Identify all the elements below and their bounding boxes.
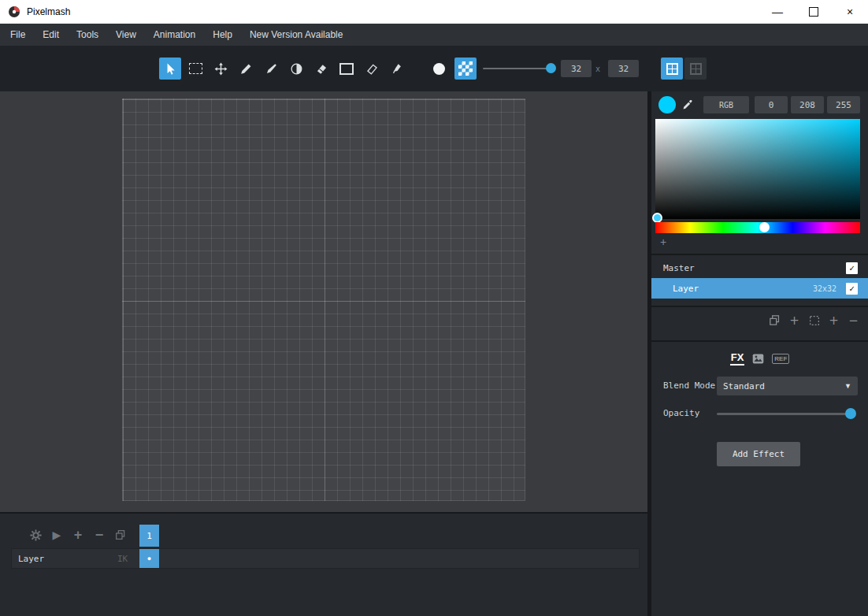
opacity-slider[interactable] bbox=[717, 413, 852, 415]
menu-item-animation[interactable]: Animation bbox=[145, 24, 204, 46]
rectangle-tool[interactable] bbox=[336, 58, 358, 80]
eyedropper-icon[interactable] bbox=[681, 98, 695, 111]
fill-tool[interactable] bbox=[285, 58, 307, 80]
opacity-label: Opacity bbox=[663, 408, 699, 418]
saturation-brightness-picker[interactable] bbox=[655, 119, 860, 219]
layer-size-label: 32x32 bbox=[813, 284, 836, 293]
duplicate-icon bbox=[114, 529, 127, 541]
close-button[interactable]: × bbox=[832, 0, 868, 24]
size-separator: x bbox=[595, 65, 600, 73]
select-tool[interactable] bbox=[159, 58, 181, 80]
keyframe-cell[interactable]: ● bbox=[139, 549, 159, 568]
cursor-arrow-icon bbox=[163, 61, 178, 76]
layer-actions: + + − bbox=[766, 312, 862, 328]
blend-mode-dropdown[interactable]: Standard ▼ bbox=[717, 377, 858, 395]
image-tab-icon[interactable] bbox=[751, 352, 765, 366]
red-value-field[interactable]: 0 bbox=[755, 96, 788, 113]
grid-icon bbox=[666, 63, 678, 75]
blend-mode-label: Blend Mode bbox=[663, 380, 715, 391]
menu-item-view[interactable]: View bbox=[107, 24, 145, 46]
menu-item-edit[interactable]: Edit bbox=[34, 24, 68, 46]
master-visibility-checkbox[interactable]: ✓ bbox=[846, 262, 858, 274]
hue-slider-handle[interactable] bbox=[759, 222, 770, 232]
frame-tab-1[interactable]: 1 bbox=[139, 525, 159, 547]
duplicate-frame-button[interactable] bbox=[112, 525, 129, 545]
brush-size-slider[interactable] bbox=[483, 63, 554, 74]
menubar: File Edit Tools View Animation Help New … bbox=[0, 24, 868, 46]
maximize-button[interactable] bbox=[796, 0, 832, 24]
play-icon: ▶ bbox=[53, 529, 61, 541]
menu-item-help[interactable]: Help bbox=[204, 24, 241, 46]
app-logo-icon bbox=[8, 6, 20, 18]
grid-toggle-button[interactable] bbox=[661, 58, 683, 80]
menu-item-tools[interactable]: Tools bbox=[68, 24, 107, 46]
window-controls: — × bbox=[759, 0, 868, 24]
remove-frame-button[interactable]: − bbox=[91, 525, 108, 545]
menu-item-file[interactable]: File bbox=[2, 24, 34, 46]
hue-slider[interactable] bbox=[655, 222, 860, 233]
layer-visibility-checkbox[interactable]: ✓ bbox=[846, 283, 858, 295]
slider-track bbox=[483, 68, 554, 69]
add-effect-button[interactable]: Add Effect bbox=[717, 442, 800, 466]
pixel-canvas[interactable] bbox=[122, 98, 525, 501]
move-tool[interactable] bbox=[210, 58, 232, 80]
animation-settings-button[interactable] bbox=[27, 525, 44, 545]
menu-item-new-version[interactable]: New Version Available bbox=[241, 24, 352, 46]
pen-curve-icon bbox=[390, 61, 405, 76]
right-panel: RGB 0 208 255 + Master ✓ Layer 32x32 ✓ bbox=[647, 91, 868, 616]
play-button[interactable]: ▶ bbox=[48, 525, 65, 545]
layer-row-layer[interactable]: Layer 32x32 ✓ bbox=[651, 278, 868, 299]
canvas-height-input[interactable] bbox=[608, 60, 639, 77]
titlebar: Pixelmash — × bbox=[0, 0, 868, 24]
tool-group bbox=[159, 58, 408, 80]
round-brush-button[interactable] bbox=[428, 58, 450, 80]
slider-handle[interactable] bbox=[546, 63, 556, 73]
add-layer-button[interactable]: + bbox=[786, 312, 803, 328]
opacity-slider-handle[interactable] bbox=[845, 408, 856, 419]
add-frame-button[interactable]: + bbox=[69, 525, 87, 545]
brush-options bbox=[428, 58, 477, 80]
divider bbox=[651, 340, 868, 342]
canvas-area bbox=[0, 91, 647, 512]
marquee-select-tool[interactable] bbox=[184, 58, 206, 80]
divider bbox=[651, 254, 868, 255]
dither-brush-button[interactable] bbox=[454, 58, 477, 80]
eraser-tool[interactable] bbox=[310, 58, 332, 80]
remove-layer-button[interactable]: − bbox=[845, 312, 862, 328]
add-group-button[interactable]: + bbox=[825, 312, 842, 328]
blend-mode-row: Blend Mode Standard ▼ bbox=[651, 377, 868, 395]
color-mode-button[interactable]: RGB bbox=[703, 96, 749, 113]
blue-value-field[interactable]: 255 bbox=[827, 96, 860, 113]
maximize-icon bbox=[809, 7, 818, 17]
green-value-field[interactable]: 208 bbox=[791, 96, 824, 113]
master-layer-name: Master bbox=[663, 263, 695, 273]
duplicate-layer-button[interactable] bbox=[766, 312, 783, 328]
animation-controls: ▶ + − bbox=[27, 525, 129, 545]
check-icon: ✓ bbox=[849, 263, 855, 273]
keyframe-dot-icon: ● bbox=[147, 555, 151, 562]
stamp-eraser-tool[interactable] bbox=[361, 58, 383, 80]
grid-faint-icon bbox=[690, 63, 702, 75]
line-tool[interactable] bbox=[260, 58, 282, 80]
window-title: Pixelmash bbox=[27, 6, 70, 17]
chevron-down-icon: ▼ bbox=[844, 382, 851, 390]
add-swatch-button[interactable]: + bbox=[657, 236, 670, 248]
canvas-width-input[interactable] bbox=[561, 60, 592, 77]
pen-tool[interactable] bbox=[386, 58, 408, 80]
marquee-icon bbox=[189, 63, 202, 74]
eraser-icon bbox=[314, 61, 329, 76]
grid-off-toggle-button[interactable] bbox=[684, 58, 707, 80]
minimize-button[interactable]: — bbox=[759, 0, 796, 24]
timeline-layer-row[interactable]: Layer IK ● bbox=[11, 548, 640, 569]
tab-fx[interactable]: FX bbox=[730, 351, 745, 366]
layer-row-master[interactable]: Master ✓ bbox=[651, 258, 868, 278]
tab-ref[interactable]: REF bbox=[772, 354, 789, 364]
pixelmash-window: Pixelmash — × File Edit Tools View Anima… bbox=[0, 0, 868, 616]
add-reference-layer-button[interactable] bbox=[806, 312, 822, 328]
check-icon: ✓ bbox=[849, 284, 855, 294]
current-color-swatch[interactable] bbox=[658, 96, 676, 113]
pencil-tool[interactable] bbox=[235, 58, 257, 80]
line-icon bbox=[264, 61, 279, 76]
round-brush-icon bbox=[433, 63, 445, 75]
animation-panel: ▶ + − 1 Layer IK ● bbox=[0, 512, 647, 616]
